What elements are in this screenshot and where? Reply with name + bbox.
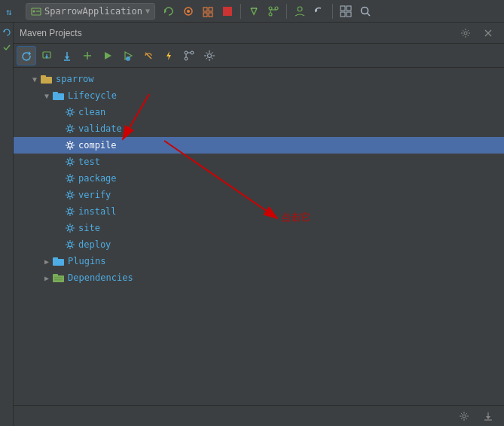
svg-point-61 xyxy=(69,243,72,247)
top-toolbar: ⇅ SparrowApplication ▼ xyxy=(0,0,504,23)
maven-expand-btn[interactable] xyxy=(179,46,199,65)
toolbar-separator-1 xyxy=(240,4,241,19)
project-name-label: SparrowApplication xyxy=(44,6,142,17)
svg-point-55 xyxy=(69,144,72,148)
bottom-download-btn[interactable] xyxy=(478,406,498,426)
svg-rect-10 xyxy=(209,13,212,17)
lifecycle-expand-arrow[interactable]: ▼ xyxy=(41,92,53,100)
check-activity-icon[interactable] xyxy=(2,42,12,53)
tree-item-validate[interactable]: ▶ validate xyxy=(14,120,504,137)
svg-point-57 xyxy=(69,177,72,181)
clean-label: clean xyxy=(78,107,105,117)
test-gear-icon xyxy=(65,157,75,167)
svg-rect-65 xyxy=(53,274,58,277)
toolbar-separator-2 xyxy=(286,4,287,19)
install-label: install xyxy=(78,206,117,217)
tree-item-deploy[interactable]: ▶ deploy xyxy=(14,236,504,253)
svg-rect-63 xyxy=(53,257,58,260)
svg-rect-21 xyxy=(341,12,345,17)
tree-item-plugins[interactable]: ▶ Plugins xyxy=(14,253,504,269)
svg-point-40 xyxy=(126,56,130,61)
site-label: site xyxy=(78,223,100,233)
svg-rect-22 xyxy=(347,12,351,17)
svg-marker-42 xyxy=(166,51,171,60)
undo-icon[interactable] xyxy=(310,2,328,20)
tasks-icon[interactable] xyxy=(199,2,217,20)
sparrow-label: sparrow xyxy=(56,74,94,84)
dependencies-label: Dependencies xyxy=(68,272,133,283)
svg-rect-50 xyxy=(41,75,46,78)
sparrow-expand-arrow[interactable]: ▼ xyxy=(29,75,41,84)
svg-rect-7 xyxy=(203,8,207,11)
tree-item-lifecycle[interactable]: ▼ Lifecycle xyxy=(14,87,504,104)
tree-item-dependencies[interactable]: ▶ Dependencies xyxy=(14,269,504,286)
lifecycle-folder-icon xyxy=(53,90,65,101)
svg-rect-66 xyxy=(54,277,63,278)
tree-item-verify[interactable]: ▶ verify xyxy=(14,187,504,203)
validate-gear-icon xyxy=(65,123,75,134)
grid-icon[interactable] xyxy=(337,2,355,20)
bottom-bar xyxy=(14,405,504,426)
test-label: test xyxy=(78,157,100,167)
tree-item-site[interactable]: ▶ site xyxy=(14,220,504,236)
project-selector[interactable]: SparrowApplication ▼ xyxy=(26,3,155,20)
svg-point-71 xyxy=(463,415,466,418)
deps-expand-arrow[interactable]: ▶ xyxy=(41,274,53,282)
deploy-label: deploy xyxy=(78,239,111,250)
debug-icon[interactable] xyxy=(179,2,197,20)
tree-item-compile[interactable]: ▶ compile xyxy=(14,137,504,154)
bottom-settings-btn[interactable] xyxy=(454,406,474,426)
tree-item-sparrow[interactable]: ▼ sparrow xyxy=(14,71,504,87)
maven-download-sources-btn[interactable] xyxy=(37,46,57,65)
compile-label: compile xyxy=(78,140,117,151)
tree-item-install[interactable]: ▶ install xyxy=(14,203,504,220)
sparrow-folder-icon xyxy=(41,74,53,84)
svg-point-53 xyxy=(69,111,72,114)
sync-activity-icon[interactable] xyxy=(2,27,12,38)
plugins-expand-arrow[interactable]: ▶ xyxy=(41,257,53,266)
svg-point-6 xyxy=(187,10,190,13)
clean-gear-icon xyxy=(65,107,75,117)
svg-point-59 xyxy=(69,210,72,214)
maven-panel-header: Maven Projects xyxy=(14,23,504,44)
package-label: package xyxy=(78,173,117,184)
svg-rect-9 xyxy=(203,13,207,17)
maven-run-debug-btn[interactable] xyxy=(118,46,138,65)
tree-item-package[interactable]: ▶ package xyxy=(14,170,504,187)
maven-panel: Maven Projects xyxy=(14,23,504,426)
svg-point-2 xyxy=(33,10,35,12)
maven-refresh-btn[interactable] xyxy=(17,46,36,65)
tree-item-test[interactable]: ▶ test xyxy=(14,154,504,170)
main-layout: Maven Projects xyxy=(0,23,504,426)
svg-point-60 xyxy=(69,227,72,230)
svg-rect-67 xyxy=(54,279,63,281)
search-icon[interactable] xyxy=(356,2,374,20)
toolbar-arrows-icon[interactable]: ⇅ xyxy=(3,2,21,20)
svg-line-24 xyxy=(368,13,371,16)
maven-settings-icon[interactable] xyxy=(456,23,475,43)
maven-add-btn[interactable] xyxy=(78,46,97,65)
run-config-icon[interactable] xyxy=(245,2,263,20)
svg-text:⇅: ⇅ xyxy=(6,7,12,17)
maven-settings-btn[interactable] xyxy=(200,46,219,65)
maven-toolbar xyxy=(14,44,504,68)
branch-icon[interactable] xyxy=(264,2,283,20)
svg-point-45 xyxy=(185,57,188,60)
maven-toggle-offline-btn[interactable] xyxy=(139,46,158,65)
verify-label: verify xyxy=(78,190,111,200)
plugins-label: Plugins xyxy=(68,256,106,266)
svg-rect-20 xyxy=(347,6,351,11)
profile-icon[interactable] xyxy=(291,2,309,20)
maven-lightning-btn[interactable] xyxy=(159,46,179,65)
svg-point-48 xyxy=(208,53,212,57)
svg-point-15 xyxy=(269,13,272,16)
svg-point-58 xyxy=(69,193,72,197)
maven-header-actions xyxy=(456,23,498,43)
maven-run-btn[interactable] xyxy=(98,46,118,65)
rerun-icon[interactable] xyxy=(160,2,178,20)
tree-item-clean[interactable]: ▶ clean xyxy=(14,104,504,120)
stop-icon[interactable] xyxy=(218,2,237,20)
compile-gear-icon xyxy=(65,140,75,151)
maven-download-javadoc-btn[interactable] xyxy=(57,46,77,65)
maven-close-icon[interactable] xyxy=(478,23,498,43)
